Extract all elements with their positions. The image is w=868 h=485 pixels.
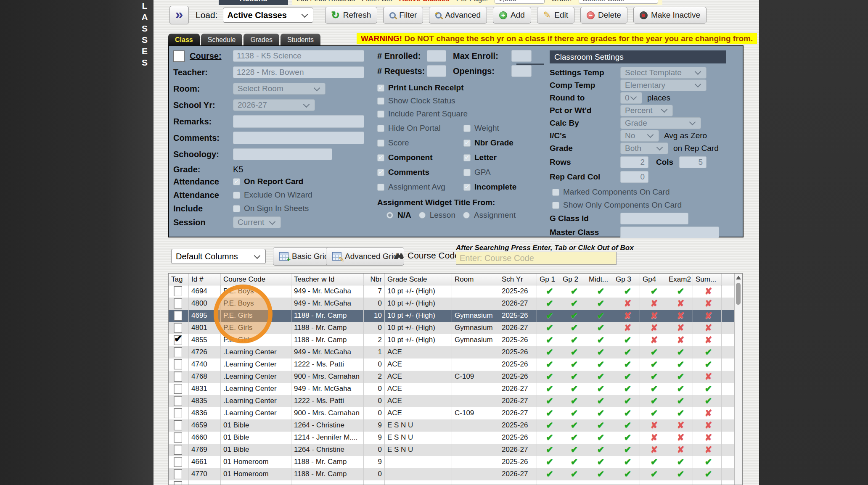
tag-checkbox[interactable] xyxy=(174,408,182,418)
incomplete-checkbox[interactable] xyxy=(463,184,471,191)
session-select[interactable]: Current xyxy=(233,216,281,228)
column-header-scale[interactable]: Grade Scale xyxy=(385,274,452,285)
tag-checkbox[interactable] xyxy=(174,359,182,369)
tag-checkbox[interactable] xyxy=(174,457,182,467)
scrollbar-thumb[interactable] xyxy=(736,283,741,305)
table-row-4800[interactable]: 4800P.E. Boys949 - Mr. McGaha010 pt +/- … xyxy=(169,298,734,310)
refresh-button[interactable]: ↻ Refresh xyxy=(325,7,378,24)
order-input[interactable]: Course Code xyxy=(579,0,658,4)
comments-flag-checkbox[interactable] xyxy=(377,169,384,176)
tag-checkbox[interactable] xyxy=(174,432,182,443)
column-header-midt[interactable]: Midt... xyxy=(586,274,613,285)
column-header-nbr[interactable]: Nbr xyxy=(364,274,385,285)
grade-on-rep-select[interactable]: Both xyxy=(620,142,668,154)
tag-checkbox[interactable] xyxy=(174,347,182,357)
tag-checkbox[interactable] xyxy=(174,298,182,308)
settings-temp-select[interactable]: Select Template xyxy=(620,67,707,79)
max-enroll-field[interactable] xyxy=(511,50,532,62)
column-header-gp2[interactable]: Gp 2 xyxy=(560,274,586,285)
tag-checkbox[interactable] xyxy=(174,481,182,485)
tab-class[interactable]: Class xyxy=(168,34,200,46)
tab-schedule[interactable]: Schedule xyxy=(201,34,243,46)
load-select[interactable]: Active Classes xyxy=(223,8,313,23)
table-row-partial[interactable] xyxy=(169,480,734,485)
edit-button[interactable]: ✎ Edit xyxy=(537,7,574,24)
column-header-sum[interactable]: Sum... xyxy=(693,274,722,285)
include-parent-square-checkbox[interactable] xyxy=(377,111,384,118)
school-yr-select[interactable]: 2026-27 xyxy=(233,99,315,111)
filter-button[interactable]: Filter xyxy=(383,7,423,24)
master-class-field[interactable] xyxy=(620,227,719,238)
table-row-4831[interactable]: 4831.Learning Center949 - Mr. McGaha0ACE… xyxy=(169,383,734,395)
make-inactive-button[interactable]: Make Inactive xyxy=(633,7,707,24)
hide-on-portal-checkbox[interactable] xyxy=(377,125,384,132)
ics-select[interactable]: No xyxy=(620,130,659,142)
table-row-4835[interactable]: 4835.Learning Center1222 - Ms. Patti0ACE… xyxy=(169,395,734,407)
delete-button[interactable]: − Delete xyxy=(580,7,627,24)
table-row-4855[interactable]: 4855P.E. Girls1188 - Mr. Camp210 pt +/- … xyxy=(169,334,734,346)
table-row-4768[interactable]: 4768.Learning Center900 - Mrs. Carnahan2… xyxy=(169,371,734,383)
column-header-gp1[interactable]: Gp 1 xyxy=(537,274,560,285)
letter-checkbox[interactable] xyxy=(463,154,471,161)
show-clock-status-checkbox[interactable] xyxy=(377,98,384,105)
scroll-up-arrow-icon[interactable] xyxy=(736,276,741,279)
exclude-on-wizard-checkbox[interactable] xyxy=(233,192,240,199)
component-checkbox[interactable] xyxy=(377,154,384,161)
rows-field[interactable]: 2 xyxy=(620,156,648,168)
teacher-field[interactable]: 1228 - Mrs. Bowen xyxy=(233,66,364,78)
course-label[interactable]: Course: xyxy=(190,51,222,61)
table-row-4836[interactable]: 4836.Learning Center900 - Mrs. Carnahan0… xyxy=(169,407,734,419)
table-row-4661[interactable]: 466101 Homeroom1188 - Mr. Camp92025-26✔✔… xyxy=(169,456,734,468)
tab-students[interactable]: Students xyxy=(281,34,320,46)
radio-na[interactable] xyxy=(386,212,393,219)
advanced-button[interactable]: Advanced xyxy=(429,7,487,24)
on-sign-in-sheets-checkbox[interactable] xyxy=(233,205,240,212)
column-header-gp4[interactable]: Gp4 xyxy=(640,274,666,285)
assignment-avg-checkbox[interactable] xyxy=(377,184,384,191)
room-select[interactable]: Select Room xyxy=(233,83,326,95)
table-row-4770[interactable]: 477001 Homeroom1188 - Mr. Camp02026-27✔✔… xyxy=(169,468,734,480)
cols-field[interactable]: 5 xyxy=(679,156,707,168)
add-button[interactable]: + Add xyxy=(493,7,531,24)
tag-checkbox[interactable] xyxy=(174,384,182,394)
column-header-course[interactable]: Course Code xyxy=(221,274,291,285)
enrolled-field[interactable] xyxy=(427,50,446,62)
tag-checkbox[interactable] xyxy=(174,335,182,345)
table-row-4769[interactable]: 476901 Bible1264 - Christine0E S N U2026… xyxy=(169,444,734,456)
g-class-id-field[interactable] xyxy=(620,213,688,224)
on-report-card-checkbox[interactable] xyxy=(233,178,240,185)
tag-checkbox[interactable] xyxy=(174,372,182,382)
tag-checkbox[interactable] xyxy=(174,311,182,321)
column-header-spacer[interactable] xyxy=(722,274,734,285)
radio-assignment[interactable] xyxy=(463,212,470,219)
comments-field[interactable] xyxy=(233,132,364,144)
column-header-gp3[interactable]: Gp 3 xyxy=(613,274,640,285)
course-code-input[interactable] xyxy=(456,252,617,265)
rep-card-col-field[interactable]: 0 xyxy=(620,171,648,183)
table-row-4740[interactable]: 4740.Learning Center1222 - Ms. Patti0ACE… xyxy=(169,358,734,371)
comp-temp-select[interactable]: Elementary xyxy=(620,79,707,91)
tag-checkbox[interactable] xyxy=(174,445,182,455)
remarks-field[interactable] xyxy=(233,115,364,128)
per-page-input[interactable]: 1,000 xyxy=(495,0,545,4)
radio-lesson[interactable] xyxy=(419,212,426,219)
tag-checkbox[interactable] xyxy=(174,286,182,296)
pct-select[interactable]: Percent xyxy=(620,105,673,116)
column-header-id[interactable]: Id # xyxy=(189,274,221,285)
marked-components-checkbox[interactable] xyxy=(552,189,559,196)
tag-checkbox[interactable] xyxy=(174,420,182,430)
nbr-grade-checkbox[interactable] xyxy=(463,140,471,147)
tag-checkbox[interactable] xyxy=(174,323,182,333)
vertical-scrollbar[interactable] xyxy=(734,274,742,485)
course-checkbox[interactable] xyxy=(173,50,185,62)
openings-field[interactable] xyxy=(511,65,532,77)
schoology-field[interactable] xyxy=(233,148,332,160)
table-row-4660[interactable]: 466001 Bible1214 - Jennifer M....9E S N … xyxy=(169,432,734,444)
table-row-4694[interactable]: 4694P.E. Boys949 - Mr. McGaha710 pt +/- … xyxy=(169,285,734,298)
tab-grades[interactable]: Grades xyxy=(243,34,279,46)
column-header-room[interactable]: Room xyxy=(452,274,499,285)
tag-checkbox[interactable] xyxy=(174,396,182,406)
weight-checkbox[interactable] xyxy=(463,125,471,132)
course-field[interactable]: 1138 - K5 Science xyxy=(233,50,364,62)
table-row-4726[interactable]: 4726.Learning Center949 - Mr. McGaha1ACE… xyxy=(169,346,734,358)
